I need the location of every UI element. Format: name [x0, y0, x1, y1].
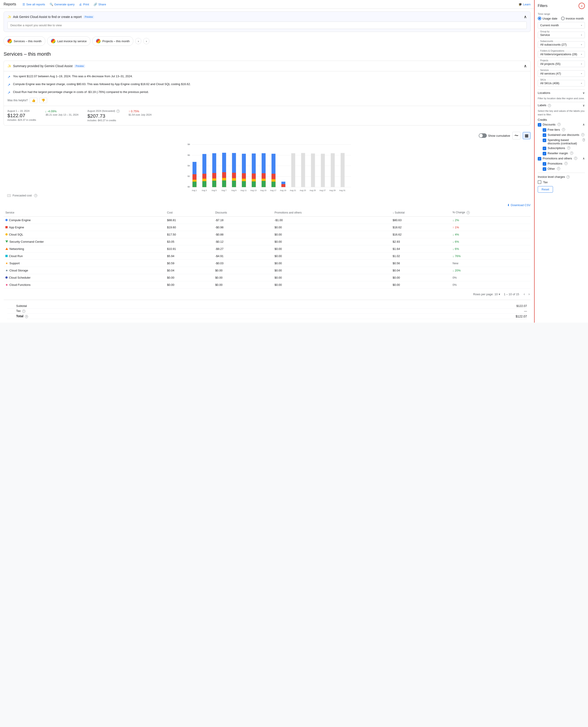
promos-others-checkbox[interactable]: Promotions and others ? ∧ — [538, 157, 585, 161]
prev-page-btn[interactable]: ‹ — [523, 291, 526, 297]
table-section: ⬇ Download CSV Service Cost Discounts Pr… — [4, 202, 530, 300]
free-tiers-help-icon[interactable]: ? — [562, 128, 565, 131]
gemini-bar: ✨ Ask Gemini Cloud Assist to find or cre… — [4, 12, 530, 32]
invoice-charges-help-icon[interactable]: ? — [566, 175, 570, 179]
sustained-check — [543, 133, 546, 137]
forecast-help-icon[interactable]: ? — [34, 194, 37, 197]
rows-per-page[interactable]: Rows per page: 10 ▾ — [473, 293, 500, 296]
learn-link[interactable]: 🎓 Learn — [519, 3, 530, 6]
svg-rect-49 — [301, 153, 305, 187]
table-row: Cloud Scheduler $0.00 $0.00 $0.00 $0.00 … — [4, 274, 530, 281]
print-link[interactable]: 🖨 Print — [79, 3, 89, 6]
svg-text:Aug 25: Aug 25 — [310, 189, 316, 191]
discounts-help-icon[interactable]: ? — [558, 123, 561, 126]
share-link[interactable]: 🔗 Share — [93, 3, 106, 6]
tab-prev-arrow[interactable]: › — [143, 38, 149, 44]
labels-help-icon[interactable]: ? — [548, 104, 551, 107]
promos-cell: $0.00 — [273, 245, 391, 253]
reseller-checkbox[interactable]: Reseller margin ? — [543, 151, 585, 155]
thumbs-down-btn[interactable]: 👎 — [39, 98, 47, 103]
tab-last-invoice[interactable]: Last invoice by service — [47, 36, 90, 46]
reset-btn[interactable]: Reset — [538, 186, 553, 193]
bar-chart-svg: $8 $6 $4 $2 $0 — [4, 142, 530, 191]
service-name-cell: Networking — [4, 245, 165, 253]
promos-cell: $0.00 — [273, 260, 391, 267]
stats-row: August 1 – 19, 2024 $122.07 includes -$2… — [4, 106, 530, 125]
toggle-switch[interactable] — [479, 133, 487, 138]
change-cell: 0% — [450, 274, 530, 281]
thumbs-up-btn[interactable]: 👍 — [29, 98, 38, 103]
svg-rect-50 — [311, 153, 315, 187]
subscriptions-help-icon[interactable]: ? — [567, 146, 570, 149]
time-range-select[interactable]: Current month — [538, 22, 585, 28]
service-name-cell: Cloud Run — [4, 253, 165, 260]
total-help-icon[interactable]: ? — [25, 315, 28, 318]
svg-text:$4: $4 — [188, 164, 190, 167]
discounts-chevron-icon[interactable]: ∧ — [583, 123, 585, 126]
labels-collapsible[interactable]: Labels ? ∨ — [538, 102, 585, 108]
tax-checkbox[interactable] — [538, 180, 541, 184]
tax-help-icon[interactable]: ? — [22, 310, 25, 313]
discounts-cell: $0.00 — [213, 281, 273, 289]
other-checkbox[interactable]: Other ? — [543, 167, 585, 171]
print-icon: 🖨 — [79, 3, 82, 6]
subtotal-cell: $0.00 — [391, 281, 450, 289]
other-help-icon[interactable]: ? — [557, 167, 560, 170]
discounts-check — [538, 123, 541, 127]
usage-date-radio[interactable]: Usage date — [538, 17, 558, 20]
sidebar-collapse-btn[interactable]: » — [579, 3, 585, 9]
summary-title-text: Summary provided by Gemini Cloud Assist — [13, 64, 72, 68]
sustained-help-icon[interactable]: ? — [581, 133, 584, 136]
free-tiers-checkbox[interactable]: Free tiers ? — [543, 128, 585, 132]
spending-checkbox[interactable]: Spending based discounts (contractual) ? — [543, 138, 585, 145]
discounts-checkbox[interactable]: Discounts ? ∧ — [538, 123, 585, 127]
col-subtotal: ↓ Subtotal — [391, 209, 450, 217]
download-csv-btn[interactable]: ⬇ Download CSV — [507, 203, 530, 207]
reseller-check — [543, 152, 546, 155]
line-chart-btn[interactable]: 〜 — [512, 132, 521, 140]
cumulative-toggle[interactable]: Show cumulative — [479, 133, 510, 138]
promos-chevron-icon[interactable]: ∧ — [583, 157, 585, 160]
tax-invoice-row[interactable]: Tax — [538, 180, 585, 184]
promotions-help-icon[interactable]: ? — [564, 162, 568, 165]
next-page-btn[interactable]: › — [528, 291, 530, 297]
service-name-cell: Cloud Scheduler — [4, 274, 165, 281]
locations-chevron-down-icon: ∨ — [583, 91, 585, 95]
summary-collapse-btn[interactable]: ∧ — [524, 64, 527, 68]
subscriptions-checkbox[interactable]: Subscriptions ? — [543, 146, 585, 150]
tab-services-month[interactable]: Services – this month — [4, 36, 45, 46]
tab-projects-month[interactable]: Projects – this month — [92, 36, 133, 46]
other-check — [543, 167, 546, 171]
summary-card: ✨ Summary provided by Gemini Cloud Assis… — [4, 61, 530, 125]
svg-rect-17 — [203, 181, 207, 187]
reseller-help-icon[interactable]: ? — [570, 151, 573, 155]
cost-cell: $3.05 — [165, 238, 213, 245]
download-row: ⬇ Download CSV — [4, 202, 530, 209]
subaccounts-filter: Subaccounts All subaccounts (27) — [538, 41, 585, 48]
generate-query-link[interactable]: 🔍 Generate query — [49, 3, 75, 6]
spending-help-icon[interactable]: ? — [583, 138, 585, 142]
tab-next-arrow[interactable]: › — [135, 38, 141, 44]
invoice-month-radio[interactable]: Invoice month — [561, 17, 584, 20]
table-row: Cloud SQL $17.50 -$0.88 $0.00 $16.62 ↓ 4… — [4, 231, 530, 238]
forecasted-help-icon[interactable]: ? — [117, 109, 120, 113]
skus-filter: SKUs All SKUs (408) — [538, 80, 585, 86]
gemini-collapse-btn[interactable]: ∧ — [524, 14, 527, 19]
svg-rect-41 — [262, 181, 266, 187]
bar-chart-btn[interactable]: ▦ — [523, 132, 530, 139]
change-help-icon[interactable]: ? — [467, 211, 470, 214]
promos-help-icon[interactable]: ? — [574, 157, 577, 160]
sustained-checkbox[interactable]: Sustained use discounts ? — [543, 133, 585, 137]
filters-header: Filters » — [538, 3, 585, 9]
cost-cell: $17.50 — [165, 231, 213, 238]
trend-icon-1: ↗ — [7, 74, 10, 80]
subtotal-cell: $18.62 — [391, 224, 450, 231]
promos-cell: $0.00 — [273, 267, 391, 274]
locations-collapsible[interactable]: Locations ∨ — [538, 89, 585, 96]
see-all-link[interactable]: ☰ See all reports — [22, 3, 45, 6]
promos-cell: $0.00 — [273, 238, 391, 245]
promotions-checkbox[interactable]: Promotions ? — [543, 162, 585, 166]
gemini-input[interactable] — [7, 22, 527, 29]
credits-title: Credits — [538, 118, 585, 122]
stat-block-2: August 2024 (forecasted) ? $207.73 inclu… — [87, 109, 120, 122]
